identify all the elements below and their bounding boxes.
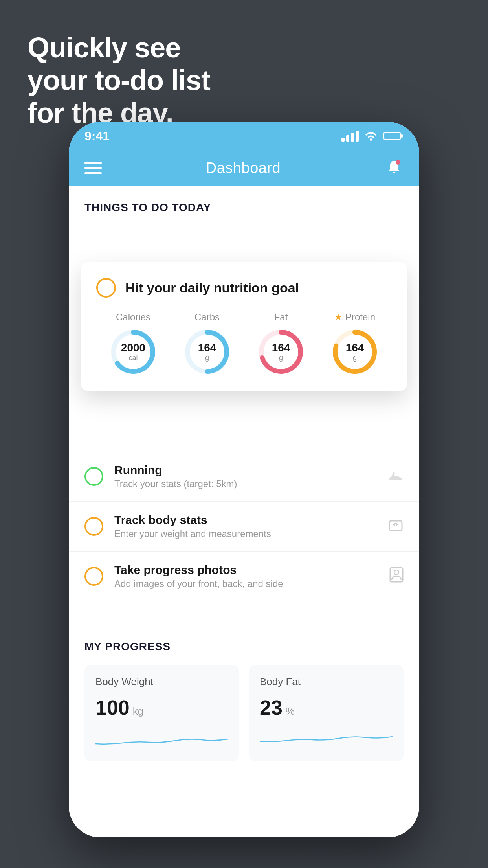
protein-value: 164: [346, 342, 364, 354]
fat-unit: g: [272, 354, 290, 362]
hamburger-line: [84, 162, 102, 164]
hero-line2: your to-do list: [28, 64, 210, 97]
progress-section: MY PROGRESS Body Weight 100 kg Body Fat: [69, 621, 419, 777]
fat-label: Fat: [274, 312, 288, 323]
fat-center: 164 g: [272, 342, 290, 362]
body-fat-label: Body Fat: [260, 676, 393, 688]
hero-text: Quickly see your to-do list for the day.: [28, 31, 210, 129]
carbs-center: 164 g: [198, 342, 216, 362]
body-weight-number: 100: [95, 696, 130, 719]
things-section: THINGS TO DO TODAY: [69, 186, 419, 214]
progress-title: MY PROGRESS: [84, 640, 404, 653]
status-icons: [341, 131, 404, 142]
status-time: 9:41: [84, 129, 110, 143]
todo-text-running: Running Track your stats (target: 5km): [114, 463, 377, 489]
carbs-label: Carbs: [194, 312, 220, 323]
macro-calories: Calories 2000 cal: [110, 312, 157, 375]
body-fat-unit: %: [286, 705, 295, 717]
protein-center: 164 g: [346, 342, 364, 362]
hamburger-menu[interactable]: [84, 162, 102, 174]
body-weight-sparkline: [95, 729, 228, 748]
header-title: Dashboard: [206, 160, 281, 177]
body-weight-label: Body Weight: [95, 676, 228, 688]
hamburger-line: [84, 167, 102, 169]
hamburger-line: [84, 172, 102, 174]
todo-item-running[interactable]: Running Track your stats (target: 5km): [69, 452, 419, 502]
body-fat-card[interactable]: Body Fat 23 %: [249, 665, 404, 761]
todo-list: Running Track your stats (target: 5km) T…: [69, 452, 419, 601]
todo-title-body-stats: Track body stats: [114, 513, 377, 527]
todo-item-photos[interactable]: Take progress photos Add images of your …: [69, 552, 419, 601]
body-fat-number: 23: [260, 696, 283, 719]
todo-subtitle-body-stats: Enter your weight and measurements: [114, 528, 377, 539]
calories-unit: cal: [121, 354, 145, 362]
signal-icon: [341, 131, 359, 142]
carbs-value: 164: [198, 342, 216, 354]
nutrition-header: Hit your daily nutrition goal: [96, 278, 392, 298]
person-icon: [389, 567, 404, 586]
hero-line1: Quickly see: [28, 31, 210, 64]
body-fat-value-group: 23 %: [260, 696, 393, 719]
svg-point-14: [394, 524, 397, 526]
body-fat-sparkline: [260, 729, 393, 748]
macro-carbs: Carbs 164 g: [183, 312, 231, 375]
protein-unit: g: [346, 354, 364, 362]
progress-cards: Body Weight 100 kg Body Fat 23 %: [84, 665, 404, 761]
calories-center: 2000 cal: [121, 342, 145, 362]
svg-rect-3: [384, 133, 400, 139]
svg-point-0: [370, 138, 372, 141]
body-weight-unit: kg: [133, 705, 143, 717]
svg-point-4: [396, 160, 400, 165]
calories-ring: 2000 cal: [110, 328, 157, 375]
protein-label: ★ Protein: [334, 312, 375, 323]
things-title: THINGS TO DO TODAY: [84, 201, 404, 214]
todo-checkbox-running[interactable]: [84, 467, 103, 486]
wifi-icon: [364, 131, 378, 141]
carbs-ring: 164 g: [183, 328, 231, 375]
todo-title-photos: Take progress photos: [114, 563, 378, 577]
todo-subtitle-photos: Add images of your front, back, and side: [114, 578, 378, 589]
fat-value: 164: [272, 342, 290, 354]
carbs-unit: g: [198, 354, 216, 362]
nutrition-macros: Calories 2000 cal Carbs: [96, 312, 392, 375]
bell-icon: [385, 158, 404, 177]
status-bar: 9:41: [69, 122, 419, 150]
todo-item-body-stats[interactable]: Track body stats Enter your weight and m…: [69, 502, 419, 552]
todo-title-running: Running: [114, 463, 377, 477]
macro-protein: ★ Protein 164 g: [331, 312, 378, 375]
calories-label: Calories: [116, 312, 150, 323]
todo-checkbox-photos[interactable]: [84, 567, 103, 586]
todo-text-body-stats: Track body stats Enter your weight and m…: [114, 513, 377, 539]
nutrition-checkbox[interactable]: [96, 278, 116, 298]
bell-button[interactable]: [385, 158, 404, 177]
body-weight-value-group: 100 kg: [95, 696, 228, 719]
phone-frame: 9:41: [69, 122, 419, 837]
star-icon: ★: [334, 312, 342, 322]
nutrition-card: Hit your daily nutrition goal Calories 2…: [81, 262, 407, 391]
body-weight-card[interactable]: Body Weight 100 kg: [84, 665, 239, 761]
svg-rect-2: [401, 134, 403, 138]
fat-ring: 164 g: [257, 328, 305, 375]
scale-icon: [388, 518, 404, 535]
nutrition-title: Hit your daily nutrition goal: [125, 280, 299, 296]
battery-icon: [383, 131, 404, 141]
todo-checkbox-body-stats[interactable]: [84, 517, 103, 536]
macro-fat: Fat 164 g: [257, 312, 305, 375]
todo-text-photos: Take progress photos Add images of your …: [114, 563, 378, 589]
app-header: Dashboard: [69, 150, 419, 186]
shoe-icon: [388, 468, 404, 485]
protein-ring: 164 g: [331, 328, 378, 375]
calories-value: 2000: [121, 342, 145, 354]
svg-point-16: [394, 570, 399, 575]
todo-subtitle-running: Track your stats (target: 5km): [114, 478, 377, 489]
